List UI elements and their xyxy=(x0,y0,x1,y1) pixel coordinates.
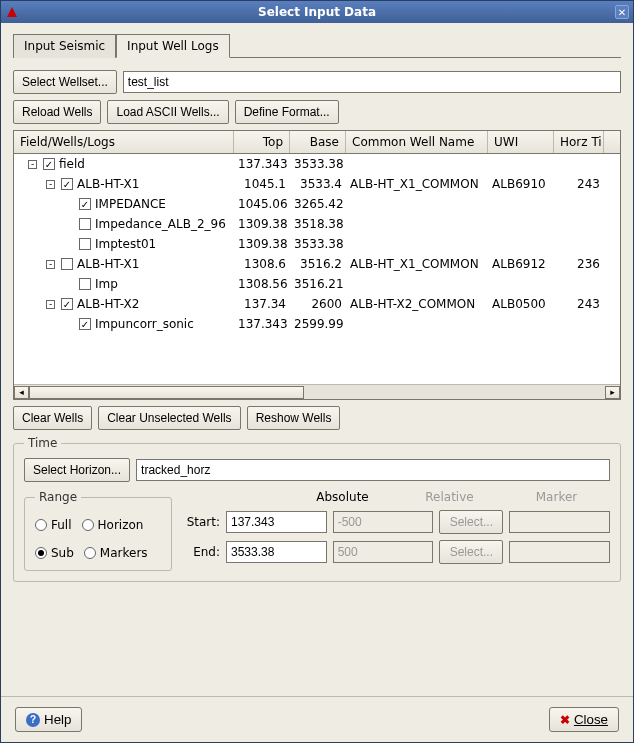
tree-expander[interactable]: - xyxy=(28,160,37,169)
table-row[interactable]: ✓IMPEDANCE1045.063265.42 xyxy=(14,194,620,214)
start-label: Start: xyxy=(182,515,220,529)
cell-uwi: ALB0500 xyxy=(488,297,554,311)
radio-sub[interactable]: Sub xyxy=(35,546,74,560)
reload-wells-button[interactable]: Reload Wells xyxy=(13,100,101,124)
range-group: Range Full Horizon Sub xyxy=(24,490,172,571)
table-row[interactable]: ✓Impuncorr_sonic137.3432599.99 xyxy=(14,314,620,334)
table-row[interactable]: -✓field137.3433533.38 xyxy=(14,154,620,174)
dialog-window: Select Input Data ✕ Input Seismic Input … xyxy=(0,0,634,743)
cell-base: 3516.2 xyxy=(290,257,346,271)
cell-base: 2600 xyxy=(290,297,346,311)
tree-expander[interactable]: - xyxy=(46,300,55,309)
table-row[interactable]: -✓ALB-HT-X11045.13533.4ALB-HT_X1_COMMONA… xyxy=(14,174,620,194)
row-label: Impuncorr_sonic xyxy=(95,317,194,331)
time-group: Time Select Horizon... Range Full Horizo… xyxy=(13,436,621,582)
horizon-name-input[interactable] xyxy=(136,459,610,481)
table-row[interactable]: Impedance_ALB_2_961309.383518.38 xyxy=(14,214,620,234)
row-checkbox[interactable] xyxy=(79,238,91,250)
table-row[interactable]: Imptest011309.383533.38 xyxy=(14,234,620,254)
row-checkbox[interactable] xyxy=(61,258,73,270)
cell-common: ALB-HT_X1_COMMON xyxy=(346,177,488,191)
cell-top: 1308.6 xyxy=(234,257,290,271)
cell-base: 3533.38 xyxy=(290,237,346,251)
scroll-track[interactable] xyxy=(29,386,605,399)
col-relative: Relative xyxy=(396,490,503,504)
row-label: field xyxy=(59,157,85,171)
cell-base: 3533.38 xyxy=(290,157,346,171)
close-button[interactable]: ✖ Close xyxy=(549,707,619,732)
cell-top: 137.343 xyxy=(234,317,290,331)
col-header-top[interactable]: Top xyxy=(234,131,290,153)
row-checkbox[interactable]: ✓ xyxy=(61,298,73,310)
scroll-left-button[interactable]: ◂ xyxy=(14,386,29,399)
select-wellset-button[interactable]: Select Wellset... xyxy=(13,70,117,94)
close-icon: ✖ xyxy=(560,713,570,727)
help-button[interactable]: ? Help xyxy=(15,707,82,732)
row-checkbox[interactable]: ✓ xyxy=(79,318,91,330)
clear-unselected-wells-button[interactable]: Clear Unselected Wells xyxy=(98,406,241,430)
tree-expander[interactable]: - xyxy=(46,180,55,189)
col-absolute: Absolute xyxy=(289,490,396,504)
titlebar-close-button[interactable]: ✕ xyxy=(615,5,629,19)
row-checkbox[interactable]: ✓ xyxy=(79,198,91,210)
tree-expander[interactable]: - xyxy=(46,260,55,269)
cell-top: 1045.06 xyxy=(234,197,290,211)
titlebar: Select Input Data ✕ xyxy=(1,1,633,23)
wellset-name-input[interactable] xyxy=(123,71,621,93)
cell-horz: 243 xyxy=(554,177,604,191)
col-marker: Marker xyxy=(503,490,610,504)
app-icon xyxy=(5,5,19,19)
row-checkbox[interactable]: ✓ xyxy=(61,178,73,190)
marker-end-field xyxy=(509,541,610,563)
radio-horizon[interactable]: Horizon xyxy=(82,518,144,532)
col-header-common[interactable]: Common Well Name xyxy=(346,131,488,153)
tab-input-well-logs[interactable]: Input Well Logs xyxy=(116,34,230,58)
table-body: -✓field137.3433533.38-✓ALB-HT-X11045.135… xyxy=(14,154,620,384)
row-checkbox[interactable] xyxy=(79,278,91,290)
tab-input-seismic[interactable]: Input Seismic xyxy=(13,34,116,58)
reshow-wells-button[interactable]: Reshow Wells xyxy=(247,406,341,430)
table-row[interactable]: Imp1308.563516.21 xyxy=(14,274,620,294)
cell-top: 137.34 xyxy=(234,297,290,311)
absolute-end-input[interactable] xyxy=(226,541,327,563)
cell-base: 3265.42 xyxy=(290,197,346,211)
marker-start-select-button: Select... xyxy=(439,510,503,534)
row-checkbox[interactable] xyxy=(79,218,91,230)
wells-tree-table: Field/Wells/Logs Top Base Common Well Na… xyxy=(13,130,621,400)
col-header-uwi[interactable]: UWI xyxy=(488,131,554,153)
cell-base: 3518.38 xyxy=(290,217,346,231)
row-label: ALB-HT-X1 xyxy=(77,257,139,271)
relative-end-input xyxy=(333,541,434,563)
dialog-footer: ? Help ✖ Close xyxy=(1,696,633,742)
table-row[interactable]: -✓ALB-HT-X2137.342600ALB-HT-X2_COMMONALB… xyxy=(14,294,620,314)
end-label: End: xyxy=(182,545,220,559)
select-horizon-button[interactable]: Select Horizon... xyxy=(24,458,130,482)
define-format-button[interactable]: Define Format... xyxy=(235,100,339,124)
range-legend: Range xyxy=(35,490,81,504)
marker-end-select-button: Select... xyxy=(439,540,503,564)
radio-markers[interactable]: Markers xyxy=(84,546,148,560)
scroll-thumb[interactable] xyxy=(29,386,304,399)
col-header-base[interactable]: Base xyxy=(290,131,346,153)
radio-full[interactable]: Full xyxy=(35,518,72,532)
scroll-right-button[interactable]: ▸ xyxy=(605,386,620,399)
cell-top: 1309.38 xyxy=(234,237,290,251)
cell-common: ALB-HT-X2_COMMON xyxy=(346,297,488,311)
time-legend: Time xyxy=(24,436,61,450)
relative-start-input xyxy=(333,511,434,533)
window-title: Select Input Data xyxy=(258,5,376,19)
horizontal-scrollbar[interactable]: ◂ ▸ xyxy=(14,384,620,399)
clear-wells-button[interactable]: Clear Wells xyxy=(13,406,92,430)
absolute-start-input[interactable] xyxy=(226,511,327,533)
tab-bar: Input Seismic Input Well Logs xyxy=(13,33,621,58)
cell-top: 137.343 xyxy=(234,157,290,171)
row-checkbox[interactable]: ✓ xyxy=(43,158,55,170)
load-ascii-wells-button[interactable]: Load ASCII Wells... xyxy=(107,100,228,124)
table-row[interactable]: -ALB-HT-X11308.63516.2ALB-HT_X1_COMMONAL… xyxy=(14,254,620,274)
row-label: Imptest01 xyxy=(95,237,156,251)
cell-common: ALB-HT_X1_COMMON xyxy=(346,257,488,271)
row-label: IMPEDANCE xyxy=(95,197,166,211)
col-header-tree[interactable]: Field/Wells/Logs xyxy=(14,131,234,153)
col-header-horz[interactable]: Horz Ti xyxy=(554,131,604,153)
table-header: Field/Wells/Logs Top Base Common Well Na… xyxy=(14,131,620,154)
